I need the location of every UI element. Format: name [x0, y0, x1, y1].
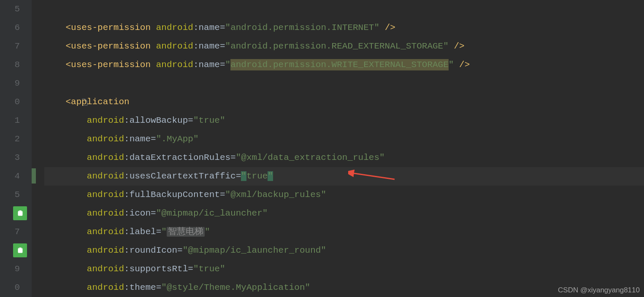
equals: = [220, 23, 225, 32]
code-line[interactable]: android:theme="@style/Theme.MyApplicatio… [44, 278, 644, 297]
code-line[interactable]: android:allowBackup="true" [44, 111, 644, 130]
watermark: CSDN @xiyangyang8110 [558, 286, 640, 294]
attr-value: "智慧电梯" [161, 227, 210, 237]
line-number: 5 [0, 0, 32, 19]
attr-name: :allowBackup [124, 116, 188, 125]
attr-namespace: android [87, 153, 124, 162]
tag-close: /> [454, 41, 464, 51]
attr-name: :usesCleartextTraffic [124, 171, 236, 181]
quote-highlight: " [241, 171, 246, 181]
line-number: 0 [0, 93, 32, 111]
attr-name: :name [124, 134, 151, 144]
line-number: 5 [0, 186, 32, 204]
equals: = [220, 41, 225, 51]
equals: = [156, 227, 162, 237]
tag-close: /> [385, 23, 395, 32]
attr-value: "android.permission.WRITE_EXTERNAL_STORA… [225, 59, 454, 70]
folded-value[interactable]: 智慧电梯 [167, 227, 205, 237]
attr-namespace: android [87, 283, 124, 292]
code-line[interactable]: android:name=".MyApp" [44, 130, 644, 148]
equals: = [151, 134, 156, 144]
code-line[interactable]: android:roundIcon="@mipmap/ic_launcher_r… [44, 241, 644, 260]
highlighted-text: android.permission.WRITE_EXTERNAL_STORAG… [230, 59, 449, 70]
attr-value: "@xml/data_extraction_rules" [236, 153, 385, 162]
attr-namespace: android [156, 60, 193, 70]
attr-name: :icon [124, 208, 151, 218]
xml-tag: <application [65, 97, 129, 107]
attr-name: :name [193, 41, 220, 51]
attr-name: :supportsRtl [124, 264, 188, 274]
quote-highlight: " [268, 171, 273, 181]
line-number: 2 [0, 130, 32, 148]
code-line[interactable] [44, 0, 644, 19]
attr-value: "true" [193, 116, 225, 125]
line-number: 1 [0, 111, 32, 130]
attr-value: "android.permission.READ_EXTERNAL_STORAG… [225, 41, 449, 51]
attr-namespace: android [156, 41, 193, 51]
line-number: 7 [0, 37, 32, 56]
code-line[interactable]: <application [44, 93, 644, 111]
code-line[interactable]: android:dataExtractionRules="@xml/data_e… [44, 148, 644, 167]
code-line[interactable]: <uses-permission android:name="android.p… [44, 37, 644, 56]
code-line[interactable]: android:supportsRtl="true" [44, 260, 644, 278]
code-area[interactable]: <uses-permission android:name="android.p… [44, 0, 644, 297]
code-line[interactable]: android:fullBackupContent="@xml/backup_r… [44, 186, 644, 204]
equals: = [177, 246, 183, 255]
change-marker [32, 168, 36, 184]
equals: = [230, 153, 236, 162]
attr-namespace: android [87, 208, 124, 218]
attr-value: "@xml/backup_rules" [225, 190, 326, 200]
attr-name: :fullBackupContent [124, 190, 220, 200]
attr-name: :theme [124, 283, 156, 292]
equals: = [188, 264, 193, 274]
equals: = [220, 60, 225, 70]
line-number: 4 [0, 167, 32, 186]
line-number: 9 [0, 260, 32, 278]
attr-name: :roundIcon [124, 246, 177, 255]
attr-value: "true" [193, 264, 225, 274]
equals: = [156, 283, 162, 292]
equals: = [188, 116, 193, 125]
line-number: 3 [0, 148, 32, 167]
code-line[interactable]: android:icon="@mipmap/ic_launcher" [44, 204, 644, 223]
attr-name: :name [193, 60, 220, 70]
attr-namespace: android [156, 23, 193, 32]
code-line[interactable]: <uses-permission android:name="android.p… [44, 56, 644, 74]
code-line[interactable]: android:label="智慧电梯" [44, 223, 644, 241]
code-editor[interactable]: 5 6 7 8 9 0 1 2 3 4 5 6 7 8 9 0 [0, 0, 644, 297]
xml-tag: <uses-permission [65, 41, 151, 51]
code-line[interactable]: <uses-permission android:name="android.p… [44, 19, 644, 37]
xml-tag: <uses-permission [65, 60, 151, 70]
attr-value: "@mipmap/ic_launcher" [156, 208, 268, 218]
attr-namespace: android [87, 190, 124, 200]
attr-name: :label [124, 227, 156, 237]
attr-namespace: android [87, 134, 124, 144]
attr-name: :dataExtractionRules [124, 153, 230, 162]
attr-value: "android.permission.INTERNET" [225, 23, 379, 32]
attr-namespace: android [87, 116, 124, 125]
attr-value: "@style/Theme.MyApplication" [161, 283, 310, 292]
attr-namespace: android [87, 264, 124, 274]
attr-value: "@mipmap/ic_launcher_round" [183, 246, 326, 255]
code-line-current[interactable]: android:usesCleartextTraffic="true" [44, 167, 644, 186]
tag-close: /> [459, 60, 470, 70]
attr-value: "true" [241, 171, 273, 181]
android-icon[interactable] [13, 206, 27, 220]
line-number: 0 [0, 278, 32, 297]
line-number: 7 [0, 223, 32, 241]
line-number: 6 [0, 19, 32, 37]
android-icon[interactable] [13, 243, 27, 257]
line-number: 9 [0, 74, 32, 93]
xml-tag: <uses-permission [65, 23, 151, 32]
attr-name: :name [193, 23, 220, 32]
attr-value: ".MyApp" [156, 134, 199, 144]
equals: = [220, 190, 225, 200]
line-number: 8 [0, 56, 32, 74]
attr-namespace: android [87, 246, 124, 255]
attr-namespace: android [87, 227, 124, 237]
marker-column [32, 0, 44, 297]
equals: = [236, 171, 241, 181]
equals: = [151, 208, 156, 218]
code-line[interactable] [44, 74, 644, 93]
attr-namespace: android [87, 171, 124, 181]
